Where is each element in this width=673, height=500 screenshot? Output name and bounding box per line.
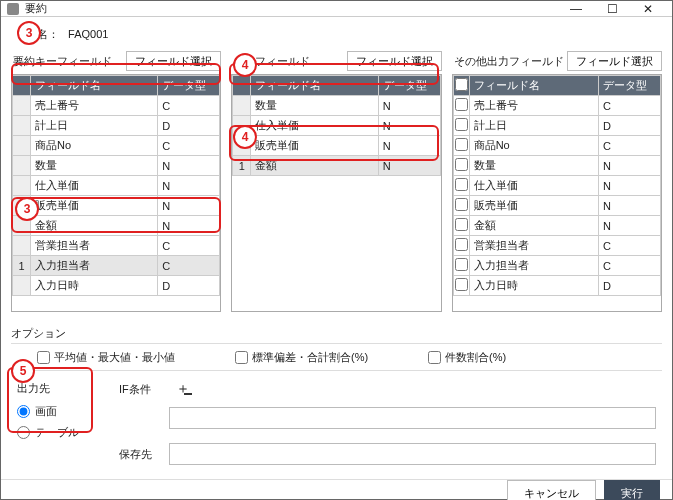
std-checkbox[interactable]	[235, 351, 248, 364]
if-label: IF条件	[119, 382, 169, 397]
other-fields-title: その他出力フィールド	[452, 54, 567, 69]
close-button[interactable]: ✕	[630, 1, 666, 16]
other-fields-panel: その他出力フィールド フィールド選択 フィールド名データ型売上番号C計上日D商品…	[452, 50, 662, 312]
subtotal-fields-grid[interactable]: フィールド名データ型数量N仕入単価N販売単価N1金額N	[231, 74, 441, 312]
options-title: オプション	[11, 326, 662, 341]
table-row[interactable]: 販売単価N	[453, 196, 660, 216]
key-fields-grid[interactable]: フィールド名データ型売上番号C計上日D商品NoC数量N仕入単価N販売単価N金額N…	[11, 74, 221, 312]
dest-table[interactable]: テーブル	[17, 425, 107, 440]
save-label: 保存先	[119, 447, 169, 462]
table-row[interactable]: 数量N	[13, 156, 220, 176]
footer: キャンセル 実行	[1, 479, 672, 500]
run-button[interactable]: 実行	[604, 480, 660, 500]
name-label: 名：	[37, 28, 59, 40]
subtotal-fields-title: 小計フィールド	[231, 54, 346, 69]
other-select-fields-button[interactable]: フィールド選択	[567, 51, 662, 71]
destination-title: 出力先	[17, 381, 107, 396]
if-condition-input[interactable]	[169, 407, 656, 429]
table-row[interactable]: 仕入単価N	[233, 116, 440, 136]
key-fields-title: 要約キーフィールド	[11, 54, 126, 69]
name-value: FAQ001	[68, 28, 108, 40]
header-checkbox[interactable]	[455, 78, 468, 91]
option-avg[interactable]: 平均値・最大値・最小値	[37, 350, 175, 365]
key-select-fields-button[interactable]: フィールド選択	[126, 51, 221, 71]
option-std[interactable]: 標準偏差・合計割合(%)	[235, 350, 368, 365]
window-title: 要約	[25, 1, 558, 16]
table-row[interactable]: 1金額N	[233, 156, 440, 176]
table-row[interactable]: 入力担当者C	[453, 256, 660, 276]
name-row: 名： FAQ001	[37, 27, 662, 42]
titlebar: 要約 — ☐ ✕	[1, 1, 672, 17]
option-cnt[interactable]: 件数割合(%)	[428, 350, 506, 365]
table-row[interactable]: 営業担当者C	[13, 236, 220, 256]
table-row[interactable]: 仕入単価N	[453, 176, 660, 196]
table-row[interactable]: 金額N	[13, 216, 220, 236]
table-row[interactable]: 計上日D	[13, 116, 220, 136]
table-row[interactable]: 仕入単価N	[13, 176, 220, 196]
table-row[interactable]: 1入力担当者C	[13, 256, 220, 276]
maximize-button[interactable]: ☐	[594, 1, 630, 16]
table-row[interactable]: 販売単価N	[13, 196, 220, 216]
dest-screen-radio[interactable]	[17, 405, 30, 418]
subtotal-fields-panel: 小計フィールド フィールド選択 フィールド名データ型数量N仕入単価N販売単価N1…	[231, 50, 441, 312]
key-fields-panel: 要約キーフィールド フィールド選択 フィールド名データ型売上番号C計上日D商品N…	[11, 50, 221, 312]
table-row[interactable]: 売上番号C	[453, 96, 660, 116]
destination-group: 出力先 画面 テーブル	[11, 377, 113, 479]
table-row[interactable]: 入力日時D	[13, 276, 220, 296]
table-row[interactable]: 売上番号C	[13, 96, 220, 116]
options-section: オプション 平均値・最大値・最小値 標準偏差・合計割合(%) 件数割合(%)	[11, 326, 662, 371]
table-row[interactable]: 商品NoC	[453, 136, 660, 156]
table-row[interactable]: 商品NoC	[13, 136, 220, 156]
avg-checkbox[interactable]	[37, 351, 50, 364]
table-row[interactable]: 販売単価N	[233, 136, 440, 156]
cancel-button[interactable]: キャンセル	[507, 480, 596, 500]
cnt-checkbox[interactable]	[428, 351, 441, 364]
dest-screen[interactable]: 画面	[17, 404, 107, 419]
table-row[interactable]: 金額N	[453, 216, 660, 236]
other-fields-grid[interactable]: フィールド名データ型売上番号C計上日D商品NoC数量N仕入単価N販売単価N金額N…	[452, 74, 662, 312]
table-row[interactable]: 計上日D	[453, 116, 660, 136]
if-add-icon[interactable]: ＋	[175, 381, 191, 397]
app-icon	[7, 3, 19, 15]
subtotal-select-fields-button[interactable]: フィールド選択	[347, 51, 442, 71]
save-path-input[interactable]	[169, 443, 656, 465]
minimize-button[interactable]: —	[558, 1, 594, 16]
table-row[interactable]: 数量N	[453, 156, 660, 176]
table-row[interactable]: 数量N	[233, 96, 440, 116]
table-row[interactable]: 入力日時D	[453, 276, 660, 296]
dest-table-radio[interactable]	[17, 426, 30, 439]
table-row[interactable]: 営業担当者C	[453, 236, 660, 256]
